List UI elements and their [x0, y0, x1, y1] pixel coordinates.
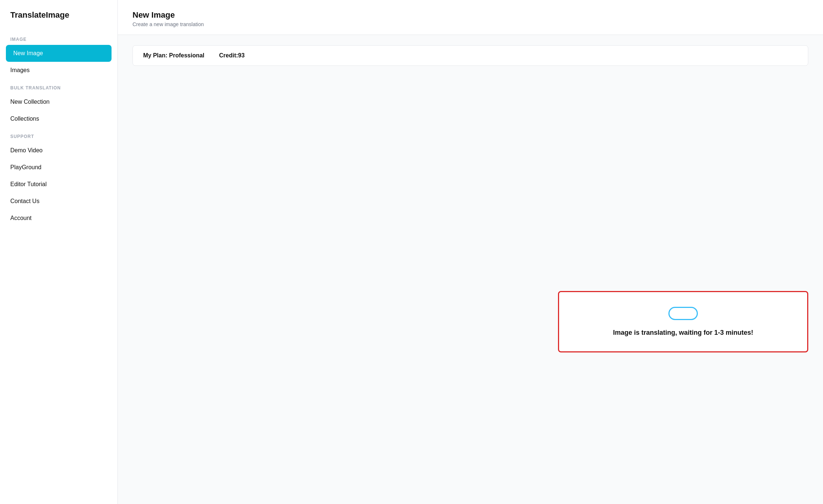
plan-bar: My Plan: Professional Credit:93: [133, 45, 808, 66]
plan-label: My Plan: Professional: [143, 52, 204, 59]
sidebar-item-contact-us[interactable]: Contact Us: [0, 193, 117, 210]
translating-message: Image is translating, waiting for 1-3 mi…: [613, 329, 753, 337]
sidebar-item-new-collection[interactable]: New Collection: [0, 93, 117, 110]
page-subtitle: Create a new image translation: [133, 21, 808, 27]
sidebar-item-new-image[interactable]: New Image: [6, 45, 112, 62]
app-logo: TranslateImage: [0, 10, 117, 30]
page-header: New Image Create a new image translation: [118, 0, 823, 35]
content-area: Image is translating, waiting for 1-3 mi…: [118, 66, 823, 504]
sidebar-item-playground[interactable]: PlayGround: [0, 159, 117, 176]
sidebar-item-collections[interactable]: Collections: [0, 110, 117, 127]
translating-status-box: Image is translating, waiting for 1-3 mi…: [558, 291, 808, 352]
loading-spinner: [668, 307, 698, 320]
sidebar-item-demo-video[interactable]: Demo Video: [0, 142, 117, 159]
sidebar-section-support: SUPPORT: [0, 127, 117, 142]
credit-label: Credit:93: [219, 52, 244, 59]
sidebar-item-account[interactable]: Account: [0, 210, 117, 227]
sidebar-item-images[interactable]: Images: [0, 62, 117, 79]
page-title: New Image: [133, 10, 808, 20]
sidebar: TranslateImage IMAGE New Image Images BU…: [0, 0, 118, 504]
sidebar-item-editor-tutorial[interactable]: Editor Tutorial: [0, 176, 117, 193]
sidebar-section-bulk: BULK TRANSLATION: [0, 79, 117, 93]
main-content: New Image Create a new image translation…: [118, 0, 823, 504]
sidebar-section-image: IMAGE: [0, 30, 117, 45]
